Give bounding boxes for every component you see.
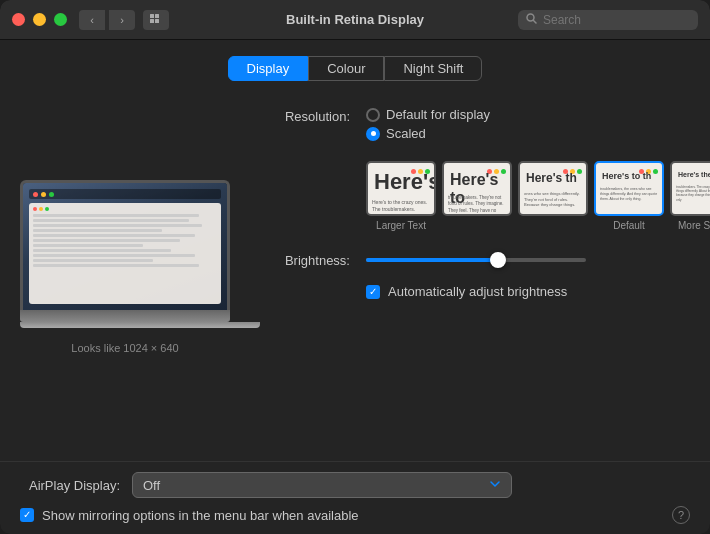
search-icon	[526, 13, 537, 26]
resolution-scaled-option[interactable]: Scaled	[366, 126, 490, 141]
grid-button[interactable]	[143, 10, 169, 30]
traffic-lights	[12, 13, 67, 26]
tab-colour[interactable]: Colour	[308, 56, 384, 81]
resolution-section: Resolution: Default for display Scaled	[260, 107, 710, 141]
dropdown-arrow-icon	[489, 477, 501, 493]
preview-label: Looks like 1024 × 640	[71, 342, 178, 354]
resolution-scaled-radio[interactable]	[366, 127, 380, 141]
back-button[interactable]: ‹	[79, 10, 105, 30]
scale-item-2[interactable]: Here's to troublemakers. They're not fon…	[442, 161, 512, 231]
scale-item-larger-text[interactable]: Here's Here's to the crazy ones. The tro…	[366, 161, 436, 231]
resolution-label: Resolution:	[260, 109, 350, 124]
brightness-label: Brightness:	[260, 253, 350, 268]
svg-rect-2	[150, 19, 154, 23]
scale-preview-2[interactable]: Here's to troublemakers. They're not fon…	[442, 161, 512, 216]
display-preview	[20, 180, 230, 328]
svg-rect-3	[155, 19, 159, 23]
tabs-bar: Display Colour Night Shift	[0, 40, 710, 93]
scale-label-larger-text: Larger Text	[376, 220, 426, 231]
brightness-slider-container	[366, 258, 710, 262]
scale-label-more-space: More Space	[678, 220, 710, 231]
svg-rect-1	[155, 14, 159, 18]
titlebar: ‹ › Built-in Retina Display	[0, 0, 710, 40]
bottom-bar: AirPlay Display: Off ✓ Show mirroring op…	[0, 461, 710, 534]
svg-line-5	[534, 21, 537, 24]
laptop-base	[20, 310, 230, 322]
auto-brightness-label: Automatically adjust brightness	[388, 284, 567, 299]
tab-display[interactable]: Display	[228, 56, 309, 81]
mirroring-check-icon: ✓	[23, 510, 31, 520]
resolution-default-label: Default for display	[386, 107, 490, 122]
tab-night-shift[interactable]: Night Shift	[384, 56, 482, 81]
scale-item-more-space[interactable]: Here's the crazy t troublemakers. The cr…	[670, 161, 710, 231]
left-panel: Looks like 1024 × 640	[20, 103, 230, 451]
scale-preview-3[interactable]: Here's th ones who see things differentl…	[518, 161, 588, 216]
resolution-default-option[interactable]: Default for display	[366, 107, 490, 122]
resolution-scaled-label: Scaled	[386, 126, 426, 141]
brightness-row: Brightness:	[260, 251, 710, 268]
nav-buttons: ‹ ›	[79, 10, 135, 30]
main-content: Display Colour Night Shift	[0, 40, 710, 534]
resolution-options: Default for display Scaled	[366, 107, 490, 141]
close-button[interactable]	[12, 13, 25, 26]
scale-item-default[interactable]: Here's to th troublemakers, the ones who…	[594, 161, 664, 231]
svg-rect-0	[150, 14, 154, 18]
airplay-dropdown-value: Off	[143, 478, 160, 493]
laptop-foot	[20, 322, 260, 328]
auto-brightness-row: ✓ Automatically adjust brightness	[366, 284, 710, 299]
search-input[interactable]	[543, 13, 690, 27]
scale-preview-larger-text[interactable]: Here's Here's to the crazy ones. The tro…	[366, 161, 436, 216]
right-panel: Resolution: Default for display Scaled	[260, 103, 710, 451]
maximize-button[interactable]	[54, 13, 67, 26]
scale-preview-more-space[interactable]: Here's the crazy t troublemakers. The cr…	[670, 161, 710, 216]
window-title: Built-in Retina Display	[286, 12, 424, 27]
help-button[interactable]: ?	[672, 506, 690, 524]
mirroring-checkbox[interactable]: ✓	[20, 508, 34, 522]
auto-brightness-checkbox[interactable]: ✓	[366, 285, 380, 299]
screen-preview	[20, 180, 230, 310]
scale-options: Here's Here's to the crazy ones. The tro…	[366, 161, 710, 231]
scale-preview-default[interactable]: Here's to th troublemakers, the ones who…	[594, 161, 664, 216]
svg-point-4	[527, 14, 534, 21]
airplay-label: AirPlay Display:	[20, 478, 120, 493]
brightness-slider-thumb[interactable]	[490, 252, 506, 268]
scale-item-3[interactable]: Here's th ones who see things differentl…	[518, 161, 588, 231]
mirroring-label: Show mirroring options in the menu bar w…	[42, 508, 359, 523]
mirroring-row: ✓ Show mirroring options in the menu bar…	[20, 506, 690, 524]
brightness-slider-fill	[366, 258, 498, 262]
scale-label-default: Default	[613, 220, 645, 231]
mirroring-left: ✓ Show mirroring options in the menu bar…	[20, 508, 359, 523]
checkbox-check-icon: ✓	[369, 287, 377, 297]
resolution-default-radio[interactable]	[366, 108, 380, 122]
main-area: Looks like 1024 × 640 Resolution: Defaul…	[0, 93, 710, 461]
minimize-button[interactable]	[33, 13, 46, 26]
brightness-slider-track	[366, 258, 586, 262]
airplay-row: AirPlay Display: Off	[20, 472, 690, 498]
search-bar[interactable]	[518, 10, 698, 30]
airplay-dropdown[interactable]: Off	[132, 472, 512, 498]
forward-button[interactable]: ›	[109, 10, 135, 30]
